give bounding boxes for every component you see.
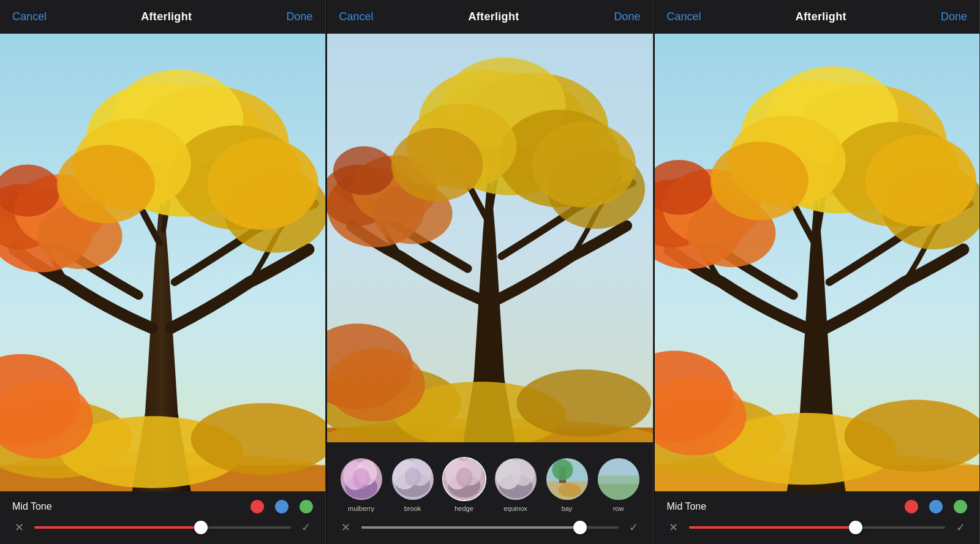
midtone-row-left: Mid Tone: [12, 500, 313, 513]
filter-item-mulberry[interactable]: mulberry: [339, 457, 383, 512]
top-bar-left: Cancel Afterlight Done: [0, 0, 325, 34]
filter-item-brook[interactable]: brook: [391, 457, 435, 512]
bottom-controls-left: Mid Tone ✕ ✓: [0, 491, 325, 544]
slider-fill-right: [689, 526, 856, 529]
slider-row-right: ✕ ✓: [667, 521, 968, 534]
filter-thumb-hedge: [442, 457, 486, 501]
color-dots-right: [905, 500, 967, 513]
cancel-icon-right[interactable]: ✕: [667, 521, 680, 534]
filter-label-mulberry: mulberry: [348, 505, 374, 512]
cancel-button-left[interactable]: Cancel: [12, 10, 47, 23]
panel-left: Cancel Afterlight Done: [0, 0, 326, 544]
svg-rect-70: [598, 484, 639, 500]
bottom-controls-middle: mulberry brook: [327, 442, 653, 544]
cancel-icon-left[interactable]: ✕: [12, 521, 26, 534]
svg-point-15: [207, 138, 318, 230]
svg-point-59: [456, 467, 472, 487]
svg-point-39: [391, 128, 483, 202]
app-title-left: Afterlight: [141, 10, 192, 23]
svg-point-63: [511, 458, 535, 486]
slider-thumb-right[interactable]: [849, 521, 862, 534]
done-button-right[interactable]: Done: [941, 10, 967, 23]
filter-label-bay: bay: [562, 505, 573, 512]
svg-point-37: [532, 122, 636, 208]
slider-row-left: ✕ ✓: [12, 521, 313, 534]
app-title-middle: Afterlight: [469, 10, 519, 23]
slider-track-left[interactable]: [34, 526, 291, 529]
svg-point-30: [333, 146, 394, 195]
check-icon-left[interactable]: ✓: [300, 521, 313, 534]
app-title-right: Afterlight: [796, 10, 846, 23]
svg-point-44: [327, 348, 425, 421]
blue-dot-left[interactable]: [275, 500, 288, 513]
filter-thumb-equinox: [494, 457, 538, 501]
svg-point-42: [516, 369, 651, 437]
svg-point-17: [57, 145, 155, 223]
image-area-right: [655, 34, 980, 491]
red-dot-right[interactable]: [905, 500, 918, 513]
filter-thumb-brook: [391, 457, 435, 501]
filter-thumb-mulberry: [339, 457, 383, 501]
slider-fill-middle: [361, 526, 580, 529]
image-area-middle: [327, 34, 653, 442]
top-bar-middle: Cancel Afterlight Done: [327, 0, 653, 34]
cancel-icon-middle[interactable]: ✕: [339, 521, 353, 534]
filter-label-hedge: hedge: [454, 505, 473, 512]
done-button-left[interactable]: Done: [286, 10, 312, 23]
filter-carousel: mulberry brook: [339, 451, 641, 516]
image-area-left: [0, 34, 325, 491]
svg-point-67: [552, 459, 573, 480]
svg-point-88: [710, 142, 808, 220]
filter-label-brook: brook: [404, 505, 421, 512]
midtone-row-right: Mid Tone: [667, 500, 968, 513]
svg-point-68: [557, 483, 581, 497]
svg-rect-71: [598, 475, 639, 483]
slider-row-middle: ✕ ✓: [339, 521, 641, 534]
green-dot-right[interactable]: [954, 500, 967, 513]
filter-item-bay[interactable]: bay: [545, 457, 589, 512]
done-button-middle[interactable]: Done: [614, 10, 640, 23]
slider-thumb-middle[interactable]: [573, 521, 587, 534]
svg-point-86: [865, 135, 976, 226]
panel-right: Cancel Afterlight Done: [655, 0, 981, 544]
filter-item-hedge[interactable]: hedge: [442, 457, 486, 512]
filter-item-equinox[interactable]: equinox: [494, 457, 538, 512]
svg-point-54: [404, 467, 420, 486]
color-dots-left: [251, 500, 313, 513]
blue-dot-right[interactable]: [929, 500, 943, 513]
green-dot-left[interactable]: [300, 500, 313, 513]
red-dot-left[interactable]: [251, 500, 264, 513]
svg-point-49: [352, 468, 369, 489]
top-bar-right: Cancel Afterlight Done: [655, 0, 980, 34]
check-icon-middle[interactable]: ✓: [627, 521, 641, 534]
cancel-button-middle[interactable]: Cancel: [339, 10, 374, 23]
slider-fill-left: [34, 526, 201, 529]
midtone-label-left: Mid Tone: [12, 501, 52, 512]
slider-track-middle[interactable]: [361, 526, 619, 529]
filter-thumb-row: [597, 457, 641, 501]
check-icon-right[interactable]: ✓: [954, 521, 967, 534]
filter-label-equinox: equinox: [503, 505, 527, 512]
cancel-button-right[interactable]: Cancel: [667, 10, 701, 23]
filter-label-row: row: [613, 505, 624, 512]
slider-thumb-left[interactable]: [194, 521, 208, 534]
panel-middle: Cancel Afterlight Done: [327, 0, 654, 544]
filter-thumb-bay: [545, 457, 589, 501]
slider-track-right[interactable]: [689, 526, 946, 529]
midtone-label-right: Mid Tone: [667, 501, 707, 512]
bottom-controls-right: Mid Tone ✕ ✓: [655, 491, 980, 544]
filter-item-row[interactable]: row: [597, 457, 641, 512]
